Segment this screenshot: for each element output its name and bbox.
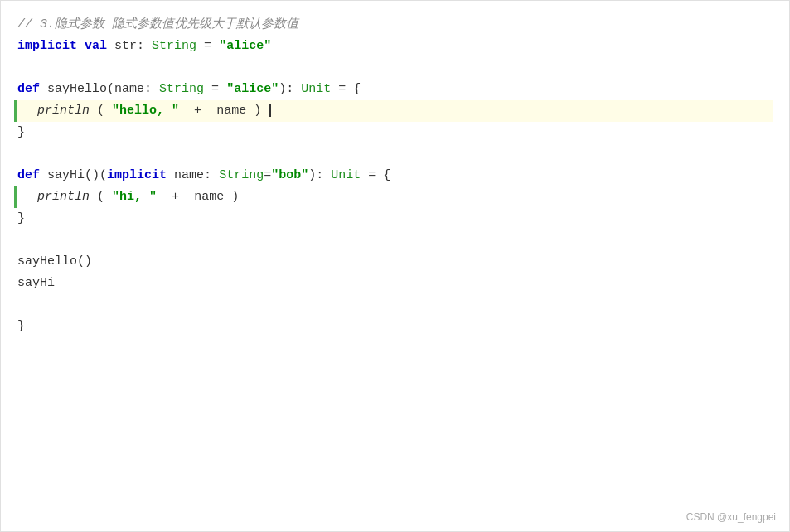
- line-def-sayhello: def sayHello ( name : String = "alice" )…: [17, 79, 773, 100]
- call-sayhello: sayHello: [17, 251, 77, 273]
- line-close-outer: }: [17, 316, 773, 337]
- string-hello: "hello, ": [112, 104, 179, 118]
- watermark: CSDN @xu_fengpei: [686, 511, 776, 523]
- left-bar-indicator-2: [14, 186, 17, 208]
- line-println-hi: println ( "hi, " + name ): [17, 186, 773, 208]
- string-bob: "bob": [271, 165, 308, 186]
- line-println-hello: println ( "hello, " + name ): [17, 100, 773, 122]
- string-alice-2: "alice": [226, 79, 279, 100]
- type-unit-2: Unit: [331, 165, 361, 186]
- param-name-2: name: [174, 165, 204, 186]
- left-bar-indicator: [14, 100, 17, 122]
- keyword-implicit: implicit: [17, 36, 77, 57]
- func-sayhello: sayHello: [47, 79, 107, 100]
- line-close-1: }: [17, 122, 773, 143]
- string-hi: "hi, ": [112, 190, 157, 204]
- keyword-implicit-2: implicit: [107, 165, 167, 186]
- line-comment: // 3.隐式参数 隐式参数值优先级大于默认参数值: [17, 14, 773, 36]
- type-unit-1: Unit: [301, 79, 331, 100]
- line-close-2: }: [17, 208, 773, 230]
- param-name: name: [114, 79, 144, 100]
- func-sayhi: sayHi: [47, 165, 85, 186]
- type-string: String: [152, 36, 196, 57]
- text-cursor: [269, 104, 271, 117]
- keyword-val: val: [85, 36, 107, 57]
- keyword-def-2: def: [17, 165, 40, 186]
- call-sayhi: sayHi: [17, 273, 55, 294]
- code-container: // 3.隐式参数 隐式参数值优先级大于默认参数值 implicit val s…: [0, 0, 790, 532]
- func-println-1: println: [37, 104, 90, 118]
- empty-line-3: [17, 230, 773, 251]
- var-name-1: name: [216, 104, 246, 118]
- empty-line-2: [17, 143, 773, 165]
- string-alice: "alice": [219, 36, 271, 57]
- line-def-sayhi: def sayHi ()( implicit name : String = "…: [17, 165, 773, 186]
- empty-line-4: [17, 294, 773, 316]
- line-sayhello-call: sayHello (): [17, 251, 773, 273]
- type-string-3: String: [219, 165, 264, 186]
- code-block: // 3.隐式参数 隐式参数值优先级大于默认参数值 implicit val s…: [17, 14, 773, 337]
- line-sayhi-call: sayHi: [17, 273, 773, 294]
- type-string-2: String: [159, 79, 204, 100]
- line-implicit-val: implicit val str : String = "alice": [17, 36, 773, 57]
- comment-text: // 3.隐式参数 隐式参数值优先级大于默认参数值: [17, 14, 298, 36]
- keyword-def-1: def: [17, 79, 40, 100]
- var-name-2: name: [194, 190, 224, 204]
- var-str: str: [114, 36, 137, 57]
- func-println-2: println: [37, 190, 90, 204]
- empty-line-1: [17, 57, 773, 79]
